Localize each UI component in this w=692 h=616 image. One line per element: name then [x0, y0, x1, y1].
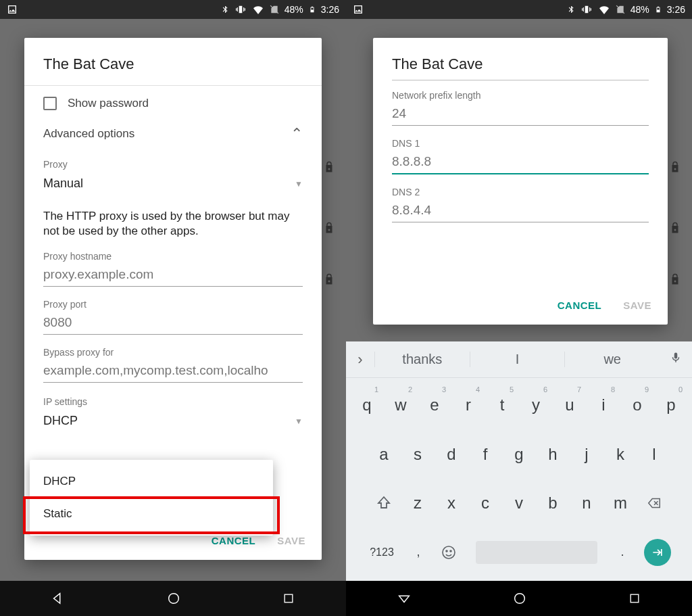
- ip-settings-select[interactable]: DHCP ▼: [43, 407, 303, 431]
- svg-point-6: [450, 550, 451, 552]
- comma-key[interactable]: ,: [404, 530, 432, 575]
- show-password-row[interactable]: Show password: [43, 86, 303, 116]
- key-a[interactable]: a: [367, 432, 401, 477]
- bluetooth-icon: [567, 4, 575, 15]
- keyboard-suggestion-bar: › thanks I we: [346, 341, 692, 378]
- battery-pct: 48%: [631, 4, 649, 15]
- recents-icon[interactable]: [282, 592, 295, 605]
- vibrate-icon: [234, 5, 247, 14]
- shift-key[interactable]: [367, 481, 401, 525]
- keyboard-row-3: zxcvbnm: [347, 481, 691, 525]
- lock-icon: [323, 273, 335, 288]
- bluetooth-icon: [221, 4, 229, 15]
- bypass-proxy-label: Bypass proxy for: [43, 347, 303, 358]
- dialog-title: The Bat Cave: [373, 38, 668, 80]
- symbols-key[interactable]: ?123: [360, 530, 404, 575]
- dns2-label: DNS 2: [392, 187, 649, 197]
- key-h[interactable]: h: [536, 432, 570, 477]
- proxy-select[interactable]: Manual ▼: [43, 170, 303, 194]
- key-g[interactable]: g: [502, 432, 536, 477]
- dns1-input[interactable]: [392, 149, 649, 174]
- key-p[interactable]: p0: [654, 383, 688, 427]
- key-q[interactable]: q1: [350, 383, 384, 427]
- dialog-title: The Bat Cave: [24, 38, 322, 86]
- key-k[interactable]: k: [603, 432, 637, 477]
- recents-icon[interactable]: [628, 592, 641, 605]
- suggestion-3[interactable]: we: [564, 352, 660, 367]
- suggestion-1[interactable]: thanks: [374, 352, 470, 367]
- save-button[interactable]: SAVE: [274, 531, 308, 550]
- key-b[interactable]: b: [536, 481, 570, 525]
- key-u[interactable]: u7: [553, 383, 587, 427]
- key-d[interactable]: d: [435, 432, 468, 477]
- bypass-proxy-input[interactable]: [43, 358, 303, 383]
- back-icon[interactable]: [51, 591, 66, 606]
- backspace-key[interactable]: [637, 481, 671, 525]
- key-n[interactable]: n: [570, 481, 603, 525]
- checkbox-icon[interactable]: [43, 97, 57, 110]
- key-l[interactable]: l: [637, 432, 671, 477]
- key-r[interactable]: r4: [451, 383, 485, 427]
- dropdown-item-dhcp[interactable]: DHCP: [30, 465, 273, 498]
- proxy-port-input[interactable]: [43, 310, 303, 335]
- lock-icon: [323, 161, 335, 176]
- dns1-label: DNS 1: [392, 138, 649, 149]
- svg-rect-8: [631, 594, 639, 602]
- home-icon[interactable]: [166, 591, 181, 606]
- proxy-hostname-label: Proxy hostname: [43, 251, 303, 262]
- lock-icon: [323, 222, 335, 237]
- advanced-options-row[interactable]: Advanced options ⌃: [43, 116, 303, 148]
- key-s[interactable]: s: [401, 432, 435, 477]
- battery-icon: [309, 4, 316, 15]
- back-icon[interactable]: [397, 591, 412, 606]
- dns2-input[interactable]: [392, 197, 649, 222]
- prefix-length-input[interactable]: [392, 101, 649, 126]
- key-j[interactable]: j: [570, 432, 603, 477]
- key-m[interactable]: m: [603, 481, 637, 525]
- mic-icon[interactable]: [660, 350, 692, 369]
- key-y[interactable]: y6: [519, 383, 553, 427]
- key-w[interactable]: w2: [384, 383, 418, 427]
- keyboard-row-1: q1w2e3r4t5y6u7i8o9p0: [347, 383, 691, 427]
- svg-rect-3: [657, 8, 659, 10]
- cancel-button[interactable]: CANCEL: [555, 295, 605, 315]
- proxy-port-label: Proxy port: [43, 299, 303, 310]
- emoji-key[interactable]: [432, 530, 465, 575]
- key-c[interactable]: c: [468, 481, 502, 525]
- wifi-edit-dialog: The Bat Cave Network prefix length DNS 1…: [373, 38, 668, 325]
- proxy-value: Manual: [43, 176, 83, 191]
- image-icon: [7, 4, 18, 15]
- phone-screenshot-left: 48% 3:26 The Bat Cave Show password Adva…: [0, 0, 346, 616]
- suggestion-expand-icon[interactable]: ›: [346, 351, 374, 369]
- ip-settings-dropdown: DHCP Static: [30, 460, 273, 536]
- key-z[interactable]: z: [401, 481, 435, 525]
- key-o[interactable]: o9: [620, 383, 654, 427]
- key-x[interactable]: x: [435, 481, 468, 525]
- statusbar: 48% 3:26: [346, 0, 692, 19]
- key-t[interactable]: t5: [485, 383, 519, 427]
- dropdown-icon: ▼: [295, 179, 303, 189]
- enter-key[interactable]: [637, 530, 678, 575]
- key-e[interactable]: e3: [418, 383, 451, 427]
- svg-point-5: [446, 550, 447, 552]
- android-navbar: [0, 581, 346, 616]
- save-button[interactable]: SAVE: [620, 295, 654, 315]
- svg-point-1: [169, 594, 179, 604]
- keyboard-row-2: asdfghjkl: [347, 432, 691, 477]
- no-sim-icon: [616, 4, 625, 15]
- key-f[interactable]: f: [468, 432, 502, 477]
- proxy-hostname-input[interactable]: [43, 262, 303, 287]
- period-key[interactable]: .: [608, 530, 637, 575]
- home-icon[interactable]: [512, 591, 527, 606]
- key-v[interactable]: v: [502, 481, 536, 525]
- prefix-length-label: Network prefix length: [392, 90, 649, 101]
- suggestion-2[interactable]: I: [470, 352, 565, 367]
- clock: 3:26: [667, 4, 685, 15]
- chevron-up-icon: ⌃: [291, 125, 303, 143]
- lock-icon: [669, 222, 681, 237]
- proxy-helper-text: The HTTP proxy is used by the browser bu…: [43, 209, 303, 239]
- space-key[interactable]: [465, 530, 608, 575]
- ip-settings-value: DHCP: [43, 414, 78, 428]
- dropdown-item-static[interactable]: Static: [30, 498, 273, 530]
- key-i[interactable]: i8: [587, 383, 620, 427]
